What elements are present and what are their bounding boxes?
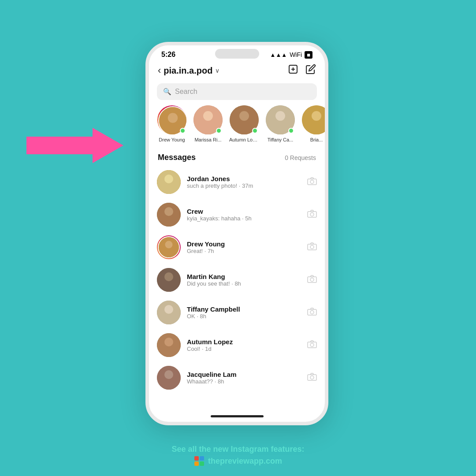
- svg-point-5: [168, 113, 178, 123]
- svg-point-43: [310, 310, 314, 314]
- search-bar[interactable]: 🔍 Search: [157, 83, 317, 100]
- msg-preview: Whaaat?? · 8h: [187, 378, 301, 385]
- chevron-down-icon[interactable]: ∨: [215, 67, 219, 74]
- story-name: Autumn Lopez: [229, 137, 259, 142]
- svg-point-8: [203, 111, 213, 121]
- add-content-button[interactable]: [288, 64, 298, 77]
- svg-point-50: [164, 370, 173, 379]
- story-item[interactable]: Marissa Ri...: [193, 105, 223, 142]
- svg-point-53: [310, 376, 314, 379]
- svg-point-48: [310, 343, 314, 346]
- camera-icon[interactable]: [307, 275, 317, 285]
- msg-content: Drew Young Great! · 7h: [187, 240, 301, 254]
- msg-content: Martin Kang Did you see that! · 8h: [187, 273, 301, 287]
- msg-name: Autumn Lopez: [187, 338, 301, 346]
- camera-icon[interactable]: [307, 373, 317, 383]
- msg-content: Autumn Lopez Cool! · 1d: [187, 338, 301, 352]
- story-item[interactable]: Drew Young: [157, 105, 187, 142]
- search-bar-wrapper: 🔍 Search: [149, 81, 325, 105]
- home-indicator: [211, 415, 264, 417]
- msg-content: Tiffany Campbell OK · 8h: [187, 305, 301, 320]
- svg-marker-0: [26, 128, 123, 163]
- message-row[interactable]: Jacqueline Lam Whaaat?? · 8h: [149, 361, 325, 394]
- camera-icon[interactable]: [307, 308, 317, 318]
- svg-rect-57: [200, 461, 204, 466]
- msg-content: Crew kyia_kayaks: hahaha · 5h: [187, 208, 301, 222]
- message-row[interactable]: Tiffany Campbell OK · 8h: [149, 296, 325, 329]
- requests-label[interactable]: 0 Requests: [285, 154, 316, 161]
- header-left: ‹ pia.in.a.pod ∨: [158, 65, 219, 76]
- message-row[interactable]: Martin Kang Did you see that! · 8h: [149, 264, 325, 296]
- svg-point-25: [164, 207, 173, 216]
- status-icons: ▲▲▲ WiFi ■: [270, 51, 312, 59]
- svg-point-28: [310, 212, 314, 216]
- story-item[interactable]: Autumn Lopez: [229, 105, 259, 142]
- msg-preview: Great! · 7h: [187, 248, 301, 254]
- msg-avatar: [157, 268, 181, 292]
- online-indicator: [216, 128, 222, 134]
- msg-preview: such a pretty photo! · 37m: [187, 182, 301, 189]
- message-row[interactable]: Autumn Lopez Cool! · 1d: [149, 329, 325, 361]
- svg-point-35: [164, 272, 173, 281]
- message-row[interactable]: Crew kyia_kayaks: hahaha · 5h: [149, 198, 325, 231]
- app-header: ‹ pia.in.a.pod ∨: [149, 60, 325, 81]
- message-row[interactable]: Drew Young Great! · 7h: [149, 231, 325, 264]
- msg-name: Drew Young: [187, 240, 301, 248]
- header-right: [288, 64, 316, 77]
- bottom-text-line2: thepreviewapp.com: [0, 456, 476, 466]
- msg-avatar: [158, 236, 180, 258]
- story-avatar-wrap: [230, 105, 259, 134]
- msg-avatar: [157, 203, 181, 227]
- phone-frame: 5:26 ▲▲▲ WiFi ■ ‹ pia.in.a.pod ∨: [145, 42, 328, 425]
- story-name: Tiffany Ca...: [268, 137, 294, 142]
- messages-title: Messages: [158, 153, 196, 162]
- username-title: pia.in.a.pod: [164, 66, 212, 76]
- compose-button[interactable]: [305, 64, 316, 77]
- story-avatar-wrap: [302, 105, 325, 134]
- svg-point-20: [164, 175, 173, 183]
- message-list: Jordan Jones such a pretty photo! · 37m: [149, 166, 325, 394]
- svg-point-40: [164, 305, 173, 314]
- stories-row: Drew Young Marissa Ri...: [149, 105, 325, 149]
- svg-point-30: [165, 241, 172, 249]
- msg-content: Jacqueline Lam Whaaat?? · 8h: [187, 371, 301, 385]
- story-name: Drew Young: [159, 137, 185, 142]
- bottom-text: See all the new Instagram features: thep…: [0, 445, 476, 466]
- svg-point-45: [164, 338, 173, 346]
- camera-icon[interactable]: [307, 340, 317, 350]
- story-item[interactable]: Tiffany Ca...: [265, 105, 295, 142]
- svg-rect-55: [200, 456, 204, 461]
- phone-notch: [215, 49, 259, 59]
- bottom-text-line2-text: thepreviewapp.com: [208, 457, 282, 466]
- msg-avatar-ring: [157, 235, 181, 259]
- signal-icon: ▲▲▲: [270, 52, 287, 58]
- svg-point-23: [310, 180, 314, 183]
- svg-point-14: [275, 111, 285, 121]
- story-name: Marissa Ri...: [194, 137, 221, 142]
- battery-icon: ■: [305, 51, 312, 59]
- story-avatar-wrap: [157, 105, 186, 134]
- page-wrapper: 5:26 ▲▲▲ WiFi ■ ‹ pia.in.a.pod ∨: [0, 0, 476, 476]
- svg-point-38: [310, 278, 314, 281]
- camera-icon[interactable]: [307, 210, 317, 220]
- msg-name: Crew: [187, 208, 301, 215]
- svg-rect-54: [194, 456, 199, 461]
- camera-icon[interactable]: [307, 177, 317, 187]
- back-button[interactable]: ‹: [158, 65, 161, 76]
- search-placeholder: Search: [175, 88, 197, 96]
- wifi-icon: WiFi: [290, 51, 302, 58]
- svg-point-33: [310, 245, 314, 249]
- svg-point-17: [312, 111, 321, 121]
- msg-name: Tiffany Campbell: [187, 305, 301, 313]
- msg-name: Jordan Jones: [187, 175, 301, 182]
- msg-avatar: [157, 301, 181, 324]
- story-item[interactable]: Bria...: [301, 105, 325, 142]
- msg-preview: kyia_kayaks: hahaha · 5h: [187, 215, 301, 222]
- msg-avatar: [157, 366, 181, 390]
- bottom-text-line1: See all the new Instagram features:: [0, 445, 476, 454]
- svg-rect-56: [194, 461, 199, 466]
- camera-icon[interactable]: [307, 242, 317, 253]
- svg-point-11: [239, 111, 249, 121]
- msg-avatar: [157, 170, 181, 194]
- message-row[interactable]: Jordan Jones such a pretty photo! · 37m: [149, 166, 325, 198]
